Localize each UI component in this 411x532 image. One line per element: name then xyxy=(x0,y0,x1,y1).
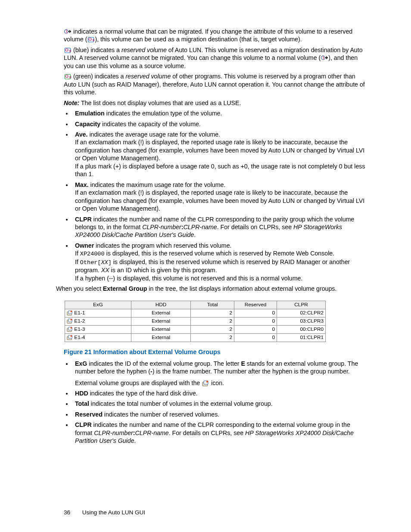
list-item: Capacity indicates the capacity of the v… xyxy=(72,120,366,128)
col-header-exg: ExG xyxy=(65,301,131,309)
reserved-volume-icon: R xyxy=(87,37,94,43)
cell-clpr: 01:CLPR1 xyxy=(277,333,326,342)
paragraph-reserved-blue: R (blue) indicates a reserved volume of … xyxy=(64,46,366,70)
external-fields-list: ExG indicates the ID of the external vol… xyxy=(64,360,366,445)
list-item: Emulation indicates the emulation type o… xyxy=(72,109,366,117)
svg-text:R: R xyxy=(69,49,71,53)
cell-hdd: External xyxy=(131,309,190,317)
list-item: Total indicates the total number of volu… xyxy=(72,400,366,408)
cell-exg: E1-4 xyxy=(65,333,131,342)
external-group-icon xyxy=(67,310,73,316)
cell-hdd: External xyxy=(131,317,190,325)
cell-total: 2 xyxy=(191,317,234,325)
svg-text:R: R xyxy=(93,38,94,42)
page-number: 36 xyxy=(64,509,70,516)
cell-hdd: External xyxy=(131,325,190,333)
cell-reserved: 0 xyxy=(234,317,277,325)
svg-text:R: R xyxy=(69,75,71,79)
svg-point-19 xyxy=(71,327,72,329)
cell-exg: E1-3 xyxy=(65,325,131,333)
table-row: E1-1External2002:CLPR2 xyxy=(65,309,326,317)
cell-total: 2 xyxy=(191,333,234,342)
cell-reserved: 0 xyxy=(234,325,277,333)
cell-exg: E1-2 xyxy=(65,317,131,325)
footer-text: Using the Auto LUN GUI xyxy=(82,509,145,516)
svg-point-22 xyxy=(71,335,72,337)
external-group-icon xyxy=(67,326,73,332)
list-item: CLPR indicates the number and name of th… xyxy=(72,215,366,239)
figure-caption: Figure 21 Information about External Vol… xyxy=(64,348,366,356)
table-row: E1-2External2003:CLPR3 xyxy=(65,317,326,325)
normal-volume-icon xyxy=(64,29,71,35)
normal-volume-icon xyxy=(321,55,328,61)
table-row: E1-3External2000:CLPR0 xyxy=(65,325,326,333)
cell-clpr: 02:CLPR2 xyxy=(277,309,326,317)
list-item: Owner indicates the program which reserv… xyxy=(72,242,366,282)
col-header-total: Total xyxy=(191,301,234,309)
page-footer: 36 Using the Auto LUN GUI xyxy=(64,509,145,516)
note-line: Note: The list does not display volumes … xyxy=(64,99,366,107)
svg-point-25 xyxy=(206,380,208,382)
external-group-intro: When you select External Group in the tr… xyxy=(56,285,366,292)
external-group-icon xyxy=(67,334,73,340)
cell-total: 2 xyxy=(191,309,234,317)
external-group-icon xyxy=(202,380,209,386)
list-item: HDD indicates the type of the hard disk … xyxy=(72,389,366,397)
list-item: CLPR indicates the number and name of th… xyxy=(72,421,366,445)
paragraph-reserved-green: R (green) indicates a reserved volume of… xyxy=(64,72,366,96)
cell-clpr: 03:CLPR3 xyxy=(277,317,326,325)
col-header-reserved: Reserved xyxy=(234,301,277,309)
svg-point-16 xyxy=(71,319,72,320)
list-item: Max. indicates the maximum usage rate fo… xyxy=(72,181,366,213)
col-header-clpr: CLPR xyxy=(277,301,326,309)
reserved-volume-green-icon: R xyxy=(64,74,71,80)
list-item: ExG indicates the ID of the external vol… xyxy=(72,360,366,387)
cell-reserved: 0 xyxy=(234,309,277,317)
cell-total: 2 xyxy=(191,325,234,333)
table-row: E1-4External2001:CLPR1 xyxy=(65,333,326,342)
cell-clpr: 00:CLPR0 xyxy=(277,325,326,333)
paragraph-normal-volume: indicates a normal volume that can be mi… xyxy=(64,28,366,44)
reserved-volume-blue-icon: R xyxy=(64,47,71,53)
cell-reserved: 0 xyxy=(234,333,277,342)
list-item: Reserved indicates the number of reserve… xyxy=(72,411,366,418)
cell-hdd: External xyxy=(131,333,190,342)
col-header-hdd: HDD xyxy=(131,301,190,309)
external-volume-table: ExG HDD Total Reserved CLPR E1-1External… xyxy=(65,301,326,342)
list-item: Ave. indicates the average usage rate fo… xyxy=(72,131,366,178)
volume-fields-list: Emulation indicates the emulation type o… xyxy=(64,109,366,282)
svg-point-13 xyxy=(71,311,72,312)
external-group-icon xyxy=(67,318,73,324)
cell-exg: E1-1 xyxy=(65,309,131,317)
table-header-row: ExG HDD Total Reserved CLPR xyxy=(65,301,326,309)
